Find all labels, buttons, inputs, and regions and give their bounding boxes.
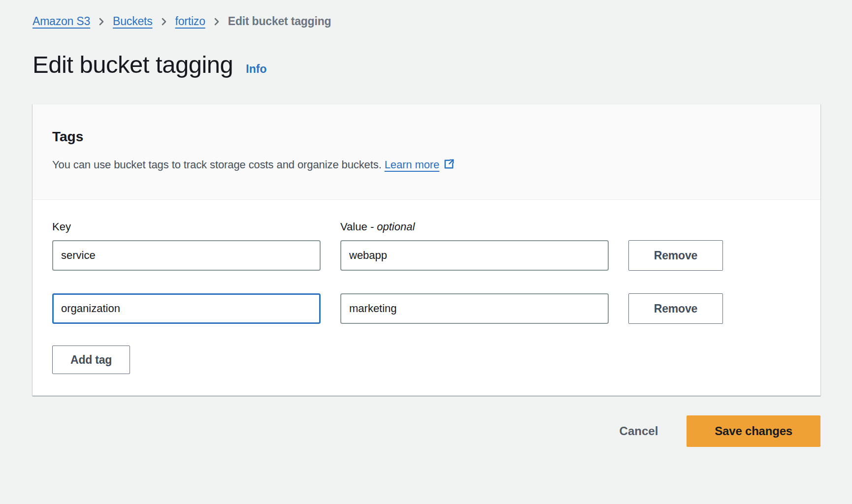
tag-row: Remove (52, 293, 801, 324)
value-optional-text: - optional (370, 220, 415, 233)
external-link-icon (443, 158, 455, 173)
chevron-right-icon (160, 16, 168, 28)
tag-key-input-2[interactable] (52, 293, 321, 324)
info-link[interactable]: Info (246, 63, 266, 75)
breadcrumb-link-buckets[interactable]: Buckets (113, 15, 152, 28)
add-tag-button[interactable]: Add tag (52, 346, 130, 374)
learn-more-link[interactable]: Learn more (385, 158, 440, 171)
footer-actions: Cancel Save changes (33, 415, 820, 447)
value-label-text: Value (340, 220, 367, 233)
breadcrumb-link-amazon-s3[interactable]: Amazon S3 (33, 15, 90, 28)
breadcrumb-link-bucket-name[interactable]: fortizo (175, 15, 205, 28)
page-title: Edit bucket tagging (33, 51, 233, 78)
breadcrumb: Amazon S3 Buckets fortizo Edit bucket ta… (33, 15, 819, 28)
tag-row: Remove (52, 240, 801, 271)
tag-labels-row: Key Value - optional (52, 220, 801, 240)
value-label: Value - optional (340, 220, 609, 233)
tag-key-input-1[interactable] (52, 240, 321, 271)
tags-card: Tags You can use bucket tags to track st… (33, 104, 820, 396)
page: Amazon S3 Buckets fortizo Edit bucket ta… (0, 0, 852, 447)
chevron-right-icon (98, 16, 105, 28)
tags-description-text: You can use bucket tags to track storage… (52, 158, 382, 171)
save-changes-button[interactable]: Save changes (687, 415, 820, 447)
key-label: Key (52, 220, 321, 233)
tags-heading: Tags (52, 129, 801, 145)
breadcrumb-current: Edit bucket tagging (228, 15, 331, 28)
tag-value-input-1[interactable] (340, 240, 609, 271)
remove-tag-button-2[interactable]: Remove (628, 293, 723, 324)
cancel-button[interactable]: Cancel (620, 424, 658, 438)
tags-card-header: Tags You can use bucket tags to track st… (33, 104, 820, 200)
tags-description: You can use bucket tags to track storage… (52, 158, 801, 173)
tags-card-body: Key Value - optional Remove Remove Add t… (33, 200, 820, 396)
title-row: Edit bucket taggingInfo (33, 51, 819, 78)
chevron-right-icon (213, 16, 221, 28)
remove-tag-button-1[interactable]: Remove (628, 240, 723, 271)
tag-value-input-2[interactable] (340, 293, 609, 324)
